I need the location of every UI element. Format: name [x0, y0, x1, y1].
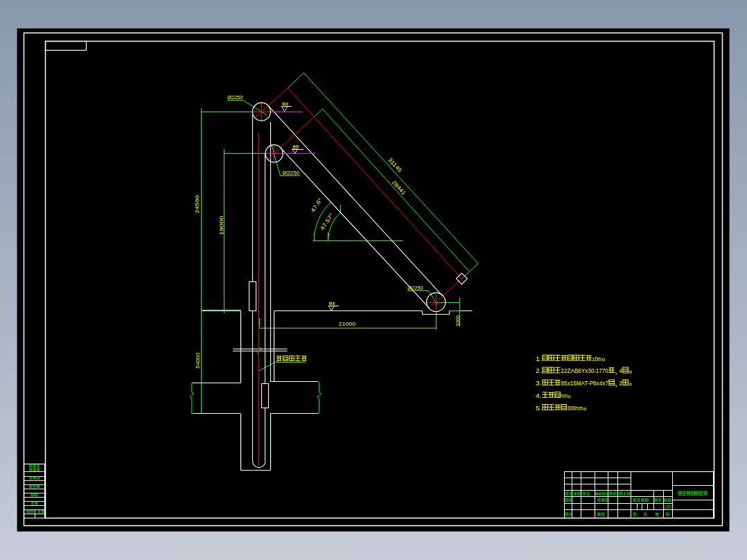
svg-text:5.: 5.: [536, 405, 542, 412]
svg-text:300mm: 300mm: [568, 405, 583, 412]
svg-text:2.: 2.: [536, 367, 542, 374]
svg-text:1:200: 1:200: [664, 505, 671, 509]
svg-text:2: 2: [619, 380, 623, 387]
svg-text:4: 4: [619, 367, 623, 374]
svg-text:19000: 19000: [218, 216, 225, 236]
svg-text:22ZAB6Yx30-1770: 22ZAB6Yx30-1770: [561, 367, 608, 374]
svg-text:54000: 54000: [195, 352, 201, 369]
svg-text:Ø2250: Ø2250: [283, 170, 301, 176]
svg-text:Ø2250: Ø2250: [227, 94, 243, 100]
svg-text:1000: 1000: [455, 315, 461, 326]
svg-text:3.: 3.: [536, 380, 542, 387]
svg-text:85x15MAT-P8x4x7: 85x15MAT-P8x4x7: [561, 380, 608, 387]
svg-text:21000: 21000: [339, 321, 356, 327]
svg-text:24590: 24590: [194, 195, 200, 213]
svg-text:1.: 1.: [536, 356, 542, 362]
svg-text:Ø2250: Ø2250: [407, 285, 423, 291]
svg-text:mm: mm: [561, 392, 568, 399]
svg-text:±0m: ±0m: [592, 356, 602, 362]
svg-text:4.: 4.: [536, 392, 542, 399]
